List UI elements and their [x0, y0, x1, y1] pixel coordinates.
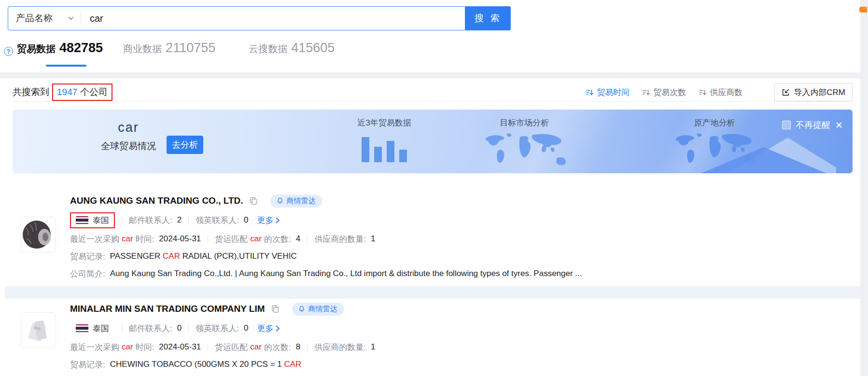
search-category-label: 产品名称	[16, 12, 53, 25]
supplier-count-value: 1	[371, 234, 375, 244]
radar-bell-icon	[277, 197, 283, 204]
company-name[interactable]: MINALAR MIN SAN TRADING COMPANY LIM	[70, 304, 265, 314]
dismiss-checkbox[interactable]	[782, 121, 791, 129]
business-radar-badge[interactable]: 商情雷达	[270, 195, 322, 208]
supplier-label: 供应商的数量:	[314, 234, 366, 245]
email-contacts-value: 0	[177, 323, 182, 333]
trade-record-label: 贸易记录:	[70, 359, 105, 370]
trade-record-row: 贸易记录: CHEWING TOBACCO (500GMS X 20 PCS =…	[70, 359, 853, 370]
more-label: 更多	[257, 323, 273, 334]
trade-data-search-page: 产品名称 搜 索 ? 贸易数据 482785 商业数据 2110755 云搜数据…	[0, 0, 868, 376]
company-name[interactable]: AUNG KAUNG SAN TRADING CO., LTD.	[70, 195, 243, 206]
search-row: 产品名称 搜 索	[8, 6, 511, 30]
company-title-row: AUNG KAUNG SAN TRADING CO., LTD. 商情雷达	[70, 195, 853, 207]
more-label: 更多	[257, 215, 273, 226]
banner-dismiss-group: 不再提醒 ✕	[782, 119, 843, 131]
freight-label-suffix: 的次数:	[264, 342, 291, 353]
search-input[interactable]	[81, 7, 465, 29]
company-stats-row: 最近一次采购 car 时间: 2024-05-31 货运匹配 car 的次数: …	[70, 341, 853, 353]
close-icon[interactable]: ✕	[835, 121, 843, 130]
results-card: 共搜索到 1947 个公司 贸易时间 贸易次数 供应商数	[5, 78, 860, 376]
company-entry: AUNG KAUNG SAN TRADING CO., LTD. 商情雷达 泰国…	[5, 195, 853, 279]
purchase-label-suffix: 时间:	[136, 234, 154, 245]
tire-image	[22, 219, 54, 251]
tab-count: 482785	[59, 41, 103, 56]
results-summary: 共搜索到 1947 个公司	[13, 84, 112, 101]
product-thumbnail[interactable]	[20, 312, 56, 348]
purchase-label-prefix: 最近一次采购	[70, 342, 119, 353]
results-header-row: 共搜索到 1947 个公司 贸易时间 贸易次数 供应商数	[13, 83, 853, 101]
more-link[interactable]: 更多	[257, 323, 280, 334]
import-icon	[782, 88, 790, 97]
world-map-illustration	[479, 131, 569, 171]
results-prefix: 共搜索到	[13, 86, 49, 98]
banner-keyword: car	[97, 120, 160, 135]
trade-analysis-banner: car 全球贸易情况 去分析 近3年贸易数据 目标市场分析 原产地分析	[13, 110, 853, 173]
chevron-down-icon	[68, 16, 74, 20]
sort-by-trade-time[interactable]: 贸易时间	[586, 87, 630, 98]
search-button[interactable]: 搜 索	[465, 6, 511, 30]
sort-by-supplier-count[interactable]: 供应商数	[699, 87, 742, 98]
more-link[interactable]: 更多	[257, 215, 280, 226]
banner-section-market: 目标市场分析	[471, 117, 577, 173]
product-image	[22, 314, 54, 346]
search-box: 产品名称	[8, 6, 465, 30]
purchase-label-suffix: 时间:	[136, 342, 154, 353]
supplier-label: 供应商的数量:	[314, 342, 366, 353]
top-header: 产品名称 搜 索 ? 贸易数据 482785 商业数据 2110755 云搜数据…	[0, 0, 860, 72]
intro-text: Aung Kaung San Trading Co.,Ltd. | Aung K…	[110, 269, 582, 279]
linkedin-contacts-label: 领英联系人:	[196, 323, 239, 334]
trade-record-row: 贸易记录: PASSENGER CAR RADIAL (PCR),UTILITY…	[70, 251, 853, 262]
purchase-date-value: 2024-05-31	[159, 342, 201, 352]
page-right-gutter	[860, 0, 868, 376]
tab-cloud-search-data[interactable]: 云搜数据 415605	[249, 41, 335, 56]
meta-divider	[307, 343, 308, 351]
search-category-select[interactable]: 产品名称	[8, 12, 81, 25]
banner-section-title: 目标市场分析	[471, 117, 577, 128]
section-separator-band	[0, 72, 868, 78]
copy-icon[interactable]	[249, 196, 258, 205]
import-crm-button[interactable]: 导入内部CRM	[774, 83, 853, 101]
dismiss-label[interactable]: 不再提醒	[796, 119, 830, 131]
trade-record-label: 贸易记录:	[70, 251, 105, 262]
analyze-button[interactable]: 去分析	[167, 136, 203, 154]
company-meta-row: 泰国 邮件联系人: 2 领英联系人: 0 更多	[70, 213, 853, 227]
country-label: 泰国	[93, 215, 109, 226]
sort-option-label: 贸易时间	[597, 87, 630, 98]
sort-descending-icon	[586, 89, 594, 96]
meta-divider	[122, 216, 122, 224]
banner-keyword-block: car 全球贸易情况	[97, 120, 160, 153]
freight-count-value: 4	[296, 234, 300, 244]
chevron-right-icon	[276, 325, 280, 332]
tab-trade-data[interactable]: 贸易数据 482785	[17, 41, 103, 56]
sort-by-trade-count[interactable]: 贸易次数	[642, 87, 686, 98]
keyword-highlight: car	[248, 342, 264, 352]
country-label: 泰国	[93, 323, 109, 334]
trade-bars	[331, 132, 437, 162]
linkedin-contacts-value: 0	[244, 323, 248, 333]
thailand-flag-icon	[76, 216, 88, 224]
business-radar-badge[interactable]: 商情雷达	[292, 303, 344, 316]
floating-widget	[859, 7, 867, 13]
linkedin-contacts-value: 0	[244, 215, 248, 225]
trade-record-text: PASSENGER CAR RADIAL (PCR),UTILITY VEHIC	[110, 251, 297, 261]
banner-section-title: 近3年贸易数据	[331, 117, 437, 128]
company-title-row: MINALAR MIN SAN TRADING COMPANY LIM 商情雷达	[70, 303, 853, 315]
company-intro-row: 公司简介: Aung Kaung San Trading Co.,Ltd. | …	[70, 268, 853, 279]
tab-business-data[interactable]: 商业数据 2110755	[123, 41, 215, 56]
help-icon[interactable]: ?	[4, 47, 13, 56]
company-stats-row: 最近一次采购 car 时间: 2024-05-31 货运匹配 car 的次数: …	[70, 233, 853, 245]
company-meta-row: 泰国 邮件联系人: 0 领英联系人: 0 更多	[70, 321, 853, 335]
copy-icon[interactable]	[271, 305, 280, 313]
purchase-label-prefix: 最近一次采购	[70, 234, 119, 245]
thailand-flag-icon	[76, 324, 88, 333]
sort-descending-icon	[699, 89, 707, 96]
banner-subtitle: 全球贸易情况	[97, 140, 160, 153]
meta-divider	[208, 235, 208, 243]
active-tab-underline	[46, 65, 86, 67]
freight-label-suffix: 的次数:	[264, 234, 291, 245]
product-thumbnail-tire[interactable]	[20, 217, 56, 252]
sort-descending-icon	[642, 89, 650, 96]
keyword-highlight: car	[119, 234, 136, 244]
tab-label: 贸易数据	[17, 42, 56, 56]
